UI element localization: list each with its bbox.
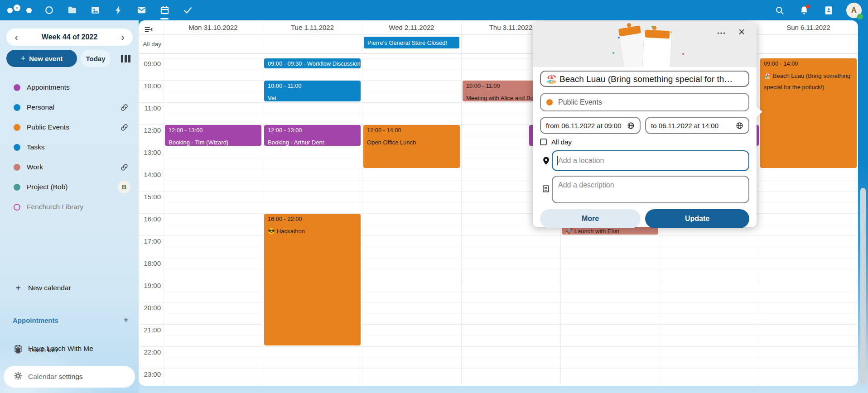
popup-arrow bbox=[756, 106, 762, 118]
search-icon[interactable] bbox=[773, 4, 786, 17]
hour-label: 19:00 bbox=[139, 282, 161, 289]
calendar-picker[interactable]: Public Events bbox=[540, 93, 749, 111]
hour-line bbox=[139, 369, 858, 369]
calendar-color-dot[interactable] bbox=[14, 84, 20, 91]
app-tasks-icon[interactable] bbox=[182, 0, 193, 20]
event-time: 10:00 - 11:00 bbox=[268, 82, 357, 90]
view-switcher-icon[interactable] bbox=[119, 52, 132, 65]
sidebar-calendar-tasks[interactable]: Tasks bbox=[0, 137, 139, 157]
shared-link-icon[interactable] bbox=[118, 101, 130, 114]
app-dashboard-icon[interactable] bbox=[43, 0, 54, 20]
sidebar-calendar-project-bob[interactable]: Project (Bob)B bbox=[0, 177, 139, 197]
sidebar-calendar-work[interactable]: Work bbox=[0, 157, 139, 177]
nextcloud-logo[interactable] bbox=[7, 4, 33, 17]
today-button[interactable]: Today bbox=[81, 50, 111, 67]
hour-label: 22:00 bbox=[139, 348, 161, 356]
calendar-list: AppointmentsPersonalPublic EventsTasksWo… bbox=[0, 77, 139, 217]
calendar-color-dot[interactable] bbox=[14, 104, 20, 111]
previous-week-button[interactable]: ‹ bbox=[10, 31, 23, 43]
day-header[interactable]: Tue 1.11.2022 bbox=[263, 20, 362, 34]
hour-label: 21:00 bbox=[139, 326, 161, 334]
day-header[interactable]: Wed 2.11.2022 bbox=[362, 20, 461, 34]
calendar-color-dot[interactable] bbox=[14, 124, 20, 131]
end-datetime-input[interactable]: to 06.11.2022 at 14:00 bbox=[645, 117, 749, 134]
shared-link-icon[interactable] bbox=[118, 161, 130, 173]
sidebar-calendar-fenchurch-library[interactable]: Fenchurch Library bbox=[0, 197, 139, 217]
calendar-event[interactable]: 09:00 - 14:00🏖️ Beach Luau (Bring someth… bbox=[760, 58, 857, 168]
grid-column-line bbox=[461, 23, 462, 386]
sidebar-calendar-personal[interactable]: Personal bbox=[0, 97, 139, 117]
calendar-name: Public Events bbox=[27, 123, 69, 131]
event-title: Booking - Arthur Dent bbox=[268, 137, 357, 146]
calendar-color-dot[interactable] bbox=[14, 144, 20, 151]
trash-bin-item[interactable]: Trash bin bbox=[0, 340, 139, 360]
notifications-bell-icon[interactable] bbox=[797, 4, 811, 17]
description-input[interactable] bbox=[552, 176, 749, 203]
hour-label: 16:00 bbox=[139, 215, 161, 223]
appointments-section-header: Appointments + bbox=[0, 314, 139, 326]
popup-actions-menu-icon[interactable]: ••• bbox=[715, 28, 728, 38]
calendar-name: Personal bbox=[27, 103, 54, 111]
location-pin-icon bbox=[540, 156, 552, 165]
grid-column-line bbox=[759, 23, 759, 386]
calendar-event[interactable]: 16:00 - 22:00😎 Hackathon bbox=[264, 214, 361, 345]
app-files-icon[interactable] bbox=[67, 0, 77, 20]
grid-column-line bbox=[362, 23, 362, 386]
event-title: 😎 Hackathon bbox=[268, 225, 357, 237]
more-button[interactable]: More bbox=[540, 209, 641, 228]
app-mail-icon[interactable] bbox=[136, 0, 147, 20]
app-photos-icon[interactable] bbox=[90, 0, 101, 20]
calendar-event[interactable]: 10:00 - 11:00Vet bbox=[264, 81, 361, 101]
update-button[interactable]: Update bbox=[645, 209, 749, 228]
event-title: Booking - Tim (Wizard) bbox=[169, 137, 258, 146]
all-day-checkbox[interactable]: All day bbox=[540, 138, 581, 146]
hour-line bbox=[139, 235, 858, 236]
calendar-event[interactable]: 12:00 - 14:00Open Office Lunch bbox=[363, 125, 460, 168]
event-editor-popup: ••• × Public Events from 06.11.2022 at 0… bbox=[533, 22, 757, 227]
shared-link-icon[interactable] bbox=[118, 121, 130, 134]
sidebar-calendar-public-events[interactable]: Public Events bbox=[0, 117, 139, 137]
page-scrollbar-thumb[interactable] bbox=[860, 188, 866, 385]
hour-label: 14:00 bbox=[139, 171, 161, 178]
app-calendar-icon[interactable] bbox=[159, 0, 170, 20]
hour-label: 11:00 bbox=[139, 104, 161, 112]
event-time: 09:00 - 14:00 bbox=[764, 60, 853, 67]
week-navigation: ‹ Week 44 of 2022 › bbox=[6, 29, 133, 46]
collapse-allday-icon[interactable] bbox=[144, 24, 154, 34]
event-time: 12:00 - 13:00 bbox=[268, 127, 357, 134]
calendar-name: Project (Bob) bbox=[27, 183, 68, 191]
calendar-event[interactable]: 09:00 - 09:30 - Workflow Discussion bbox=[264, 58, 361, 68]
new-calendar-button[interactable]: + New calendar bbox=[0, 278, 139, 298]
hour-label: 17:00 bbox=[139, 237, 161, 245]
calendar-disabled-ring[interactable] bbox=[14, 204, 20, 211]
contacts-icon[interactable] bbox=[822, 4, 835, 17]
calendar-name: Tasks bbox=[27, 143, 45, 151]
day-header[interactable]: Sun 6.11.2022 bbox=[759, 20, 858, 34]
close-icon[interactable]: × bbox=[735, 25, 748, 38]
sidebar-calendar-appointments[interactable]: Appointments bbox=[0, 77, 139, 97]
calendar-event[interactable]: 12:00 - 13:00Booking - Tim (Wizard) bbox=[165, 125, 261, 146]
allday-label: All day bbox=[140, 41, 161, 48]
add-appointment-config-button[interactable]: + bbox=[123, 315, 129, 326]
event-time: 12:00 - 13:00 bbox=[169, 127, 258, 134]
hour-line bbox=[139, 302, 858, 302]
half-hour-line bbox=[164, 380, 858, 380]
allday-event[interactable]: Pierre's General Store Closed! bbox=[364, 37, 459, 48]
user-avatar[interactable]: A bbox=[846, 3, 862, 18]
start-datetime-input[interactable]: from 06.11.2022 at 09:00 bbox=[540, 117, 641, 134]
calendar-settings-button[interactable]: Calendar settings bbox=[4, 366, 135, 388]
location-input[interactable] bbox=[552, 150, 749, 171]
event-title-input[interactable] bbox=[540, 71, 749, 87]
hour-label: 15:00 bbox=[139, 193, 161, 201]
popup-form: Public Events from 06.11.2022 at 09:00 t… bbox=[533, 67, 757, 228]
new-event-button[interactable]: +New event bbox=[6, 50, 77, 67]
day-header[interactable]: Mon 31.10.2022 bbox=[164, 20, 263, 34]
calendar-event[interactable]: 12:00 - 13:00Booking - Arthur Dent bbox=[264, 125, 361, 146]
active-app-indicator bbox=[160, 18, 169, 19]
calendar-color-dot[interactable] bbox=[14, 184, 20, 191]
hour-label: 09:00 bbox=[139, 60, 161, 67]
calendar-color-dot[interactable] bbox=[14, 164, 20, 171]
app-activity-icon[interactable] bbox=[113, 0, 124, 20]
next-week-button[interactable]: › bbox=[116, 31, 129, 43]
sidebar: ‹ Week 44 of 2022 › +New event Today App… bbox=[0, 20, 139, 393]
